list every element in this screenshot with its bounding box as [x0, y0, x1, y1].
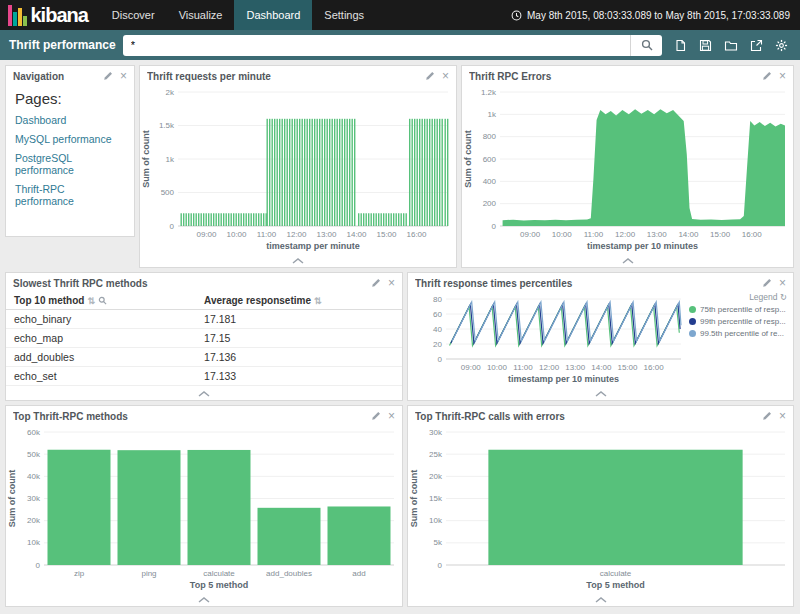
panel-collapse-button[interactable] [408, 389, 793, 400]
table-row: echo_map 17.15 [6, 329, 402, 348]
panel-remove-button[interactable]: × [779, 410, 786, 422]
table-row: echo_set 17.133 [6, 367, 402, 386]
nav-tab-dashboard[interactable]: Dashboard [234, 0, 312, 30]
pages-heading: Pages: [15, 90, 125, 107]
nav-tab-discover[interactable]: Discover [100, 0, 167, 30]
table-row: add_doubles 17.136 [6, 348, 402, 367]
panel-collapse-button[interactable] [462, 256, 793, 267]
svg-text:0: 0 [438, 355, 443, 364]
legend-label: 99.5th percentile of re... [700, 329, 784, 338]
svg-text:Sum of count: Sum of count [7, 470, 17, 528]
chevron-up-icon [621, 258, 635, 264]
panel-collapse-button[interactable] [140, 256, 456, 267]
svg-text:1.5k: 1.5k [159, 121, 175, 130]
chart-legend: Legend ↻ 75th percentile of resp... 99th… [689, 291, 793, 389]
panel-rpc-errors: Thrift RPC Errors × 02004006008001k1.2k0… [461, 65, 794, 268]
svg-text:16:00: 16:00 [644, 363, 665, 372]
panel-edit-button[interactable] [425, 71, 435, 81]
nav-link-thrift-rpc[interactable]: Thrift-RPC performance [15, 183, 125, 207]
panel-collapse-button[interactable] [6, 389, 402, 400]
svg-text:13:00: 13:00 [316, 230, 337, 239]
panel-remove-button[interactable]: × [388, 277, 395, 289]
query-bar: Thrift performance [0, 30, 800, 60]
panel-title: Top Thrift-RPC calls with errors [415, 411, 755, 422]
svg-text:0: 0 [170, 222, 175, 231]
column-label: Average responsetime [204, 295, 311, 306]
nav-tab-settings[interactable]: Settings [312, 0, 376, 30]
nav-link-postgresql[interactable]: PostgreSQL performance [15, 152, 125, 176]
responsetime-cell: 17.136 [196, 348, 402, 367]
panel-edit-button[interactable] [762, 411, 772, 421]
chevron-up-icon [291, 258, 305, 264]
responsetime-cell: 17.133 [196, 367, 402, 386]
column-header-method[interactable]: Top 10 method⇅ [6, 291, 196, 310]
svg-text:15:00: 15:00 [617, 363, 638, 372]
kibana-logo[interactable]: kibana [0, 0, 100, 30]
panel-response-percentiles: Thrift response times percentiles × 0204… [407, 272, 794, 401]
time-range-label: May 8th 2015, 08:03:33.089 to May 8th 20… [527, 10, 790, 21]
svg-text:0: 0 [492, 222, 497, 231]
panel-edit-button[interactable] [762, 278, 772, 288]
panel-remove-button[interactable]: × [442, 70, 449, 82]
method-cell: echo_binary [6, 310, 196, 329]
svg-text:09:00: 09:00 [461, 363, 482, 372]
new-dashboard-button[interactable] [674, 39, 687, 52]
panel-collapse-button[interactable] [6, 595, 402, 606]
legend-label: 99th percentile of resp... [700, 317, 786, 326]
save-dashboard-button[interactable] [699, 39, 712, 52]
table-row: echo_binary 17.181 [6, 310, 402, 329]
svg-text:ping: ping [141, 569, 156, 578]
svg-text:14:00: 14:00 [346, 230, 367, 239]
requests-histogram-chart: 05001k1.5k2k09:0010:0011:0012:0013:0014:… [140, 84, 456, 256]
search-button[interactable] [630, 35, 662, 56]
legend-item[interactable]: 75th percentile of resp... [689, 305, 787, 314]
legend-item[interactable]: 99.5th percentile of re... [689, 329, 787, 338]
pencil-icon [762, 71, 772, 81]
panel-edit-button[interactable] [371, 411, 381, 421]
brand-name: kibana [31, 4, 88, 27]
chart-body: 05k10k15k20k25k30kcalculateSum of countT… [408, 424, 793, 595]
responsetime-cell: 17.181 [196, 310, 402, 329]
panel-collapse-button[interactable] [408, 595, 793, 606]
svg-text:12:00: 12:00 [286, 230, 307, 239]
svg-text:2k: 2k [166, 88, 175, 97]
legend-toggle[interactable]: Legend ↻ [689, 292, 787, 302]
load-dashboard-button[interactable] [724, 39, 738, 52]
query-input[interactable] [123, 35, 630, 56]
panel-edit-button[interactable] [103, 71, 113, 81]
panel-title: Navigation [13, 71, 96, 82]
panel-top-errors: Top Thrift-RPC calls with errors × 05k10… [407, 405, 794, 607]
svg-text:10k: 10k [429, 516, 443, 525]
legend-refresh-icon: ↻ [780, 292, 787, 302]
panel-remove-button[interactable]: × [120, 70, 127, 82]
svg-text:10k: 10k [27, 538, 41, 547]
nav-link-mysql[interactable]: MySQL performance [15, 133, 125, 145]
svg-text:60: 60 [433, 310, 442, 319]
panel-edit-button[interactable] [371, 278, 381, 288]
panel-remove-button[interactable]: × [388, 410, 395, 422]
kibana-logo-icon [8, 5, 27, 26]
panel-remove-button[interactable]: × [779, 277, 786, 289]
legend-item[interactable]: 99th percentile of resp... [689, 317, 787, 326]
svg-text:09:00: 09:00 [196, 230, 217, 239]
svg-text:11:00: 11:00 [513, 363, 533, 372]
open-folder-icon [724, 39, 738, 52]
time-range-picker[interactable]: May 8th 2015, 08:03:33.089 to May 8th 20… [501, 0, 800, 30]
svg-text:40k: 40k [27, 472, 41, 481]
pencil-icon [762, 411, 772, 421]
slowest-methods-table: Top 10 method⇅ Average responsetime⇅ ech… [6, 291, 402, 386]
panel-remove-button[interactable]: × [779, 70, 786, 82]
options-button[interactable] [775, 39, 788, 52]
top-errors-bar-chart: 05k10k15k20k25k30kcalculateSum of countT… [408, 424, 793, 595]
svg-text:add_doubles: add_doubles [266, 569, 312, 578]
column-header-responsetime[interactable]: Average responsetime⇅ [196, 291, 402, 310]
legend-color-dot [689, 318, 696, 325]
chart-body: 05001k1.5k2k09:0010:0011:0012:0013:0014:… [140, 84, 456, 256]
nav-link-dashboard[interactable]: Dashboard [15, 114, 125, 126]
panel-edit-button[interactable] [762, 71, 772, 81]
svg-text:20k: 20k [429, 472, 443, 481]
svg-text:13:00: 13:00 [647, 230, 668, 239]
column-search-icon[interactable] [98, 296, 107, 305]
share-dashboard-button[interactable] [750, 39, 763, 52]
nav-tab-visualize[interactable]: Visualize [167, 0, 235, 30]
